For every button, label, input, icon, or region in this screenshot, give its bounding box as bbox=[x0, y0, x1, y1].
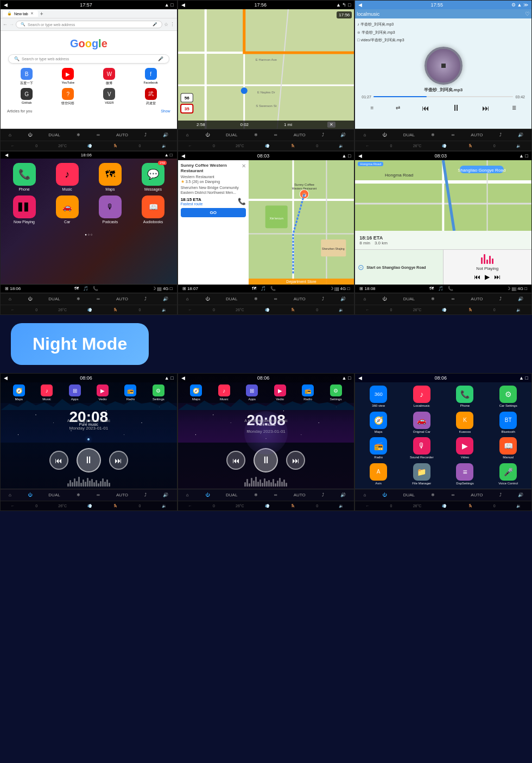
home-icon[interactable]: ⌂ bbox=[186, 297, 189, 301]
carplay-app-nowplaying[interactable]: ▋▋ Now Playing bbox=[5, 196, 43, 224]
pause-btn-night1[interactable]: ⏸ bbox=[77, 448, 101, 472]
route-icon[interactable]: ⤴ bbox=[322, 133, 324, 137]
night-app-radio[interactable]: 📻 Radio bbox=[124, 384, 136, 401]
new-tab-icon[interactable]: + bbox=[40, 11, 43, 17]
carplay-app-messages[interactable]: 💬 259 Messages bbox=[134, 163, 172, 191]
pause-icon[interactable]: ⏸ bbox=[452, 103, 460, 113]
quick-link-baidu[interactable]: B 百度一下 bbox=[7, 68, 46, 86]
back-icon[interactable]: ← bbox=[365, 504, 369, 508]
home-icon[interactable]: ⌂ bbox=[186, 133, 189, 137]
fan-icon[interactable]: 💨 bbox=[265, 144, 270, 148]
dock-map-icon[interactable]: 🗺 bbox=[74, 286, 79, 291]
nav-forward-icon[interactable]: → bbox=[9, 22, 14, 27]
app-radio[interactable]: 📻 Radio bbox=[358, 437, 398, 460]
loop-icon[interactable]: ∞ bbox=[97, 493, 100, 497]
vol-down-icon[interactable]: 🔉 bbox=[516, 504, 521, 508]
vol-down-icon[interactable]: 🔉 bbox=[162, 144, 167, 148]
list-icon[interactable]: ≡ bbox=[371, 105, 374, 111]
night2-app-music[interactable]: ♪ Music bbox=[218, 384, 230, 401]
app-soundrecorder[interactable]: 🎙 Sound Recorder bbox=[402, 437, 442, 460]
night-app-apps[interactable]: ⊞ Apps bbox=[69, 384, 81, 401]
loop-icon[interactable]: ∞ bbox=[274, 133, 277, 137]
fan-icon[interactable]: 💨 bbox=[87, 308, 92, 312]
seat-icon[interactable]: 🪑 bbox=[113, 308, 118, 312]
dock-music-icon[interactable]: 🎵 bbox=[261, 286, 266, 291]
night2-app-radio[interactable]: 📻 Radio bbox=[302, 384, 314, 401]
browser-tab[interactable]: 🔒 New tab ✕ bbox=[3, 10, 38, 17]
power-icon[interactable]: ⏻ bbox=[28, 297, 32, 301]
night2-app-vedio[interactable]: ▶ Vedio bbox=[274, 384, 286, 401]
loop-icon[interactable]: ∞ bbox=[274, 493, 277, 497]
music-back-btn[interactable]: ◀ bbox=[358, 2, 362, 8]
show-link[interactable]: Show bbox=[161, 109, 170, 113]
route-icon[interactable]: ⤴ bbox=[144, 133, 147, 137]
vol-icon[interactable]: 🔊 bbox=[518, 133, 523, 137]
route-icon[interactable]: ⤴ bbox=[322, 493, 324, 497]
bookmark-icon[interactable]: ☆ bbox=[164, 22, 168, 27]
vol-down-icon[interactable]: 🔉 bbox=[162, 308, 167, 312]
power-icon[interactable]: ⏻ bbox=[205, 297, 210, 301]
go-button[interactable]: GO bbox=[181, 208, 246, 217]
voice-search-icon[interactable]: 🎤 bbox=[158, 56, 163, 61]
track-item-1[interactable]: ♪ 半壶纱_刘珂矣.mp3 bbox=[357, 21, 529, 29]
nav-back-icon[interactable]: ← bbox=[3, 22, 8, 27]
fan-icon[interactable]: 💨 bbox=[442, 144, 447, 148]
menu-icon[interactable]: ⋮ bbox=[170, 22, 175, 27]
night-app-vedio[interactable]: ▶ Vedio bbox=[97, 384, 109, 401]
vol-down-icon[interactable]: 🔉 bbox=[516, 308, 521, 312]
back-icon[interactable]: ← bbox=[188, 308, 192, 312]
vol-down-icon[interactable]: 🔉 bbox=[162, 504, 167, 508]
app-video[interactable]: ▶ Video bbox=[445, 437, 485, 460]
power-icon[interactable]: ⏻ bbox=[382, 133, 387, 137]
snowflake-icon[interactable]: ❄ bbox=[77, 133, 80, 137]
vol-icon[interactable]: 🔊 bbox=[163, 133, 168, 137]
dock-music-icon[interactable]: 🎵 bbox=[438, 286, 444, 291]
carplay-app-maps[interactable]: 🗺 Maps bbox=[91, 163, 129, 191]
eq-icon[interactable]: ≣ bbox=[512, 105, 516, 111]
night2-app-apps[interactable]: ⊞ Apps bbox=[246, 384, 258, 401]
seat-icon[interactable]: 🪑 bbox=[468, 144, 473, 148]
main-search-bar[interactable]: 🔍 Search or type web address 🎤 bbox=[8, 54, 169, 64]
progress-bar[interactable] bbox=[373, 96, 514, 97]
app-360view[interactable]: 360 360 view bbox=[358, 386, 398, 408]
loop-icon[interactable]: ∞ bbox=[274, 297, 277, 301]
route-icon[interactable]: ⤴ bbox=[499, 133, 502, 137]
route-icon[interactable]: ⤴ bbox=[144, 297, 147, 301]
route-icon[interactable]: ⤴ bbox=[499, 297, 502, 301]
home-icon[interactable]: ⌂ bbox=[9, 297, 11, 301]
seat-icon[interactable]: 🪑 bbox=[290, 308, 295, 312]
app-dspsettings[interactable]: ≡ DspSettings bbox=[445, 463, 485, 486]
snowflake-icon[interactable]: ❄ bbox=[77, 493, 80, 497]
quick-link-veer[interactable]: V VEER bbox=[90, 88, 129, 106]
night2-app-maps[interactable]: 🧭 Maps bbox=[190, 384, 202, 401]
quick-link-facebook[interactable]: f Facebook bbox=[131, 68, 170, 86]
snowflake-icon[interactable]: ❄ bbox=[431, 133, 435, 137]
snowflake-icon[interactable]: ❄ bbox=[77, 297, 80, 301]
vol-icon[interactable]: 🔊 bbox=[163, 297, 168, 301]
dock-music-icon[interactable]: 🎵 bbox=[83, 286, 88, 291]
seat-icon[interactable]: 🪑 bbox=[468, 308, 473, 312]
next-btn-night2[interactable]: ⏭ bbox=[286, 451, 305, 470]
dock-phone-icon[interactable]: 📞 bbox=[93, 286, 98, 291]
cp-nav-back-btn[interactable]: ◀ bbox=[181, 153, 185, 159]
vol-down-icon[interactable]: 🔉 bbox=[339, 144, 344, 148]
vol-icon[interactable]: 🔊 bbox=[340, 493, 346, 497]
app-carsettings[interactable]: ⚙ Car Settings bbox=[488, 386, 528, 408]
night2-back-btn[interactable]: ◀ bbox=[181, 375, 185, 381]
app-maps[interactable]: 🧭 Maps bbox=[358, 412, 398, 434]
carplay-app-music[interactable]: ♪ Music bbox=[48, 163, 86, 191]
vol-icon[interactable]: 🔊 bbox=[340, 297, 346, 301]
power-icon[interactable]: ⏻ bbox=[28, 133, 32, 137]
popup-close-icon[interactable]: ✕ bbox=[242, 163, 246, 169]
prev-btn[interactable]: ⏮ bbox=[474, 273, 480, 281]
dock-phone-icon[interactable]: 📞 bbox=[448, 286, 453, 291]
home-icon[interactable]: ⌂ bbox=[363, 493, 366, 497]
prev-icon[interactable]: ⏮ bbox=[422, 104, 429, 112]
vol-icon[interactable]: 🔊 bbox=[340, 133, 346, 137]
snowflake-icon[interactable]: ❄ bbox=[254, 133, 258, 137]
carplay-app-audiobooks[interactable]: 📖 Audiobooks bbox=[134, 196, 172, 224]
seat-icon[interactable]: 🪑 bbox=[113, 504, 118, 508]
loop-icon[interactable]: ∞ bbox=[451, 493, 454, 497]
back-icon[interactable]: ← bbox=[11, 308, 15, 312]
next-icon[interactable]: ⏭ bbox=[482, 104, 490, 112]
